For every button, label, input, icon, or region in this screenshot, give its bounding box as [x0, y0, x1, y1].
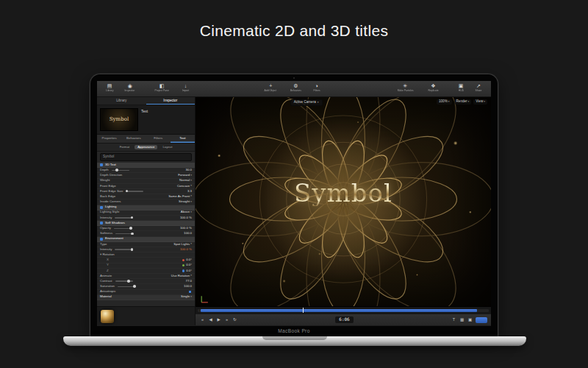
param-slider[interactable] — [114, 228, 132, 230]
slider-knob[interactable] — [129, 227, 132, 229]
text-subtab[interactable]: Appearance — [135, 145, 157, 150]
param-value[interactable]: Forward — [178, 174, 190, 177]
param-value[interactable]: Normal — [179, 179, 190, 183]
toolbar-button[interactable]: ◑ Filters — [309, 83, 325, 93]
param-value[interactable]: 0.0° — [186, 258, 192, 262]
param-row[interactable]: Weight Normal ▾ — [97, 179, 195, 184]
pane-tab[interactable]: Inspector — [146, 97, 196, 105]
timeline-range-bar[interactable] — [201, 309, 477, 312]
toolbar-button[interactable]: ◧ Project Pane — [148, 83, 176, 93]
canvas-header-menu[interactable]: View ▾ — [473, 99, 487, 105]
param-row[interactable]: Z 0.0° ▾ — [97, 269, 195, 274]
playhead[interactable] — [303, 308, 304, 313]
text-content-field[interactable]: Symbol — [100, 153, 192, 161]
param-row[interactable]: Type Spot Lights ▾ — [97, 242, 195, 247]
toolbar-button[interactable]: ▤ Library — [101, 83, 118, 93]
param-checkbox[interactable] — [100, 222, 103, 224]
param-value[interactable]: Straight — [179, 200, 190, 204]
param-row[interactable]: Lighting Style Above ▾ — [97, 210, 195, 216]
param-value[interactable]: 100.0 — [184, 285, 192, 289]
param-value[interactable]: 0.0° — [186, 263, 192, 267]
param-slider[interactable] — [115, 249, 132, 250]
transport-button[interactable]: ▦ — [459, 318, 465, 322]
material-strip — [97, 306, 195, 325]
param-value[interactable]: 30.0 — [185, 169, 192, 172]
param-checkbox[interactable] — [100, 206, 103, 209]
param-row[interactable]: Y 0.0° ▾ — [97, 263, 195, 269]
toolbar-button[interactable]: ↗ Share — [470, 83, 487, 93]
param-slider[interactable] — [118, 286, 135, 288]
transport-button[interactable]: T — [451, 318, 457, 322]
param-row[interactable]: Material Single ▾ — [97, 295, 195, 300]
param-value[interactable]: 77.0 — [185, 280, 192, 283]
inspector-tab[interactable]: Filters — [146, 135, 171, 143]
slider-knob[interactable] — [127, 280, 129, 282]
param-value[interactable]: Spot Lights — [173, 243, 190, 247]
param-value[interactable]: Concave — [177, 185, 190, 188]
param-row[interactable]: Front Edge Concave ▾ — [97, 184, 195, 189]
slider-knob[interactable] — [133, 285, 135, 287]
toolbar-button[interactable]: ⚙ Behaviors — [284, 83, 307, 93]
param-value[interactable]: 100.0 % — [180, 216, 192, 220]
mini-timeline[interactable] — [196, 306, 491, 314]
param-row[interactable]: 3D Text ▾ — [97, 163, 195, 168]
toolbar-button[interactable]: ↓ Import — [177, 83, 193, 93]
slider-knob[interactable] — [115, 169, 118, 171]
transport-button[interactable]: ◀ — [207, 318, 214, 322]
param-value[interactable]: 100.0 % — [180, 248, 192, 252]
canvas-viewport[interactable]: Symbol Active Camera ▾ 100% ▾ — [196, 97, 491, 306]
param-value[interactable]: Same As Front — [168, 195, 190, 199]
toolbar-button[interactable]: ✳ Make Particles — [390, 83, 421, 93]
toolbar-button[interactable]: ▣ HUD — [453, 83, 469, 93]
toolbar-button[interactable]: ◉ Inspector — [119, 83, 140, 93]
transport-button[interactable]: ▣ — [467, 318, 473, 322]
timeline-track[interactable] — [198, 309, 489, 312]
param-label: Lighting — [105, 205, 116, 209]
pane-tab[interactable]: Library — [97, 97, 146, 105]
text-subtab[interactable]: Layout — [159, 145, 175, 150]
inspector-tab[interactable]: Properties — [97, 135, 121, 143]
param-row[interactable]: Rotation ▾ — [97, 252, 195, 258]
inspector-tab[interactable]: Text — [171, 135, 195, 143]
inspector-tab[interactable]: Behaviors — [121, 135, 146, 143]
param-value[interactable]: Above — [181, 210, 190, 214]
toolbar-button[interactable]: ❖ Replicate — [423, 83, 444, 93]
transport-button[interactable]: « — [199, 318, 206, 322]
playback-region-button[interactable] — [476, 317, 487, 323]
text-subtab[interactable]: Format — [117, 145, 133, 150]
macbook-mockup: ▤ Library ◉ Inspector ◧ Project Pane — [90, 74, 498, 336]
param-value[interactable]: Use Rotation — [171, 275, 190, 278]
param-value[interactable]: 100.0 — [184, 232, 192, 236]
transport-button[interactable]: ▶ — [215, 318, 222, 322]
camera-menu[interactable]: Active Camera ▾ — [290, 99, 323, 106]
param-slider[interactable] — [115, 217, 132, 219]
param-slider[interactable] — [126, 191, 143, 192]
param-row[interactable]: X 0.0° ▾ — [97, 258, 195, 263]
param-checkbox[interactable] — [100, 163, 103, 166]
param-slider[interactable] — [112, 170, 129, 171]
param-value[interactable]: 0.0° — [186, 269, 192, 273]
canvas-header-menu[interactable]: 100% ▾ — [437, 99, 452, 105]
slider-knob[interactable] — [131, 216, 133, 219]
param-checkbox[interactable] — [188, 290, 192, 294]
transport-button[interactable]: » — [223, 318, 230, 322]
param-label: Depth Direction — [100, 174, 122, 177]
object-preview: Symbol Text — [97, 105, 195, 135]
canvas-header-menu[interactable]: Render ▾ — [454, 99, 472, 105]
param-slider[interactable] — [115, 280, 133, 282]
slider-knob[interactable] — [126, 190, 128, 192]
param-value[interactable]: 100.0 % — [180, 227, 192, 230]
param-value[interactable]: Single — [181, 295, 190, 299]
param-checkbox[interactable] — [100, 238, 103, 241]
param-row[interactable]: Intensity 100.0 % ▾ — [97, 216, 195, 221]
slider-knob[interactable] — [131, 248, 133, 250]
param-row[interactable]: Environment ▾ — [97, 237, 195, 242]
toolbar-button[interactable]: + Add Object — [258, 83, 283, 93]
slider-knob[interactable] — [131, 233, 133, 235]
transport-button[interactable]: ↻ — [232, 318, 238, 322]
param-slider[interactable] — [115, 233, 133, 235]
object-thumbnail[interactable]: Symbol — [100, 108, 138, 131]
canvas-title-text[interactable]: Symbol — [196, 180, 491, 207]
material-preview[interactable] — [101, 310, 114, 323]
param-value[interactable]: 3.3 — [187, 190, 192, 194]
